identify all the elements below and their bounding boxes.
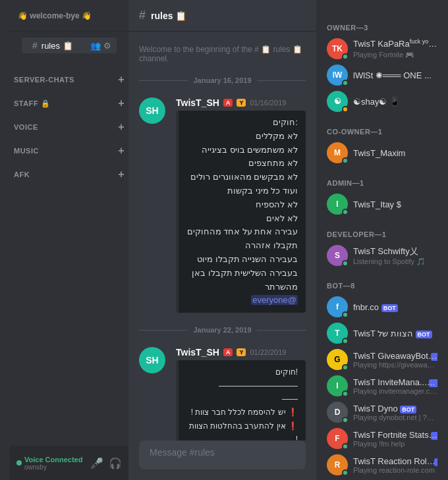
bot-badge-invite: BOT (429, 379, 437, 387)
voice-actions: 🎤 🎧 (90, 457, 122, 469)
main-chat: # rules 📋 Welcome to the beginning of th… (128, 0, 316, 480)
add-channel-music-icon[interactable]: + (118, 145, 125, 157)
status-dot-dyno (342, 417, 349, 423)
member-name-fnbr: fnbr.co BOT (353, 302, 437, 312)
category-server-chats[interactable]: SERVER-CHATS + (10, 65, 128, 88)
voice-dot (16, 460, 22, 466)
member-info-invite: TwisT InviteMana... BOT Playing invitema… (353, 377, 437, 395)
author-name-2: TwisT_SH (176, 347, 219, 358)
server-sidebar (0, 0, 10, 480)
voice-status-bar: Voice Connected ownsby 🎤 🎧 (10, 446, 128, 480)
chat-channel-name: rules 📋 (151, 11, 186, 21)
channel-item-rules[interactable]: # rules 📋 👥 ⚙ (22, 38, 117, 53)
date-divider-1: January 16, 2019 (139, 76, 306, 84)
member-name-shay: ☯shay☯ 📱 (353, 97, 437, 107)
member-status-invite: Playing invitemanager.co - 6913t s... (353, 387, 437, 395)
bot-badge-fnbr: BOT (381, 304, 398, 312)
divider-line-left-2 (139, 330, 188, 331)
channel-hash-icon: # (139, 9, 146, 22)
category-afk[interactable]: AFK + (10, 159, 128, 183)
mention-everyone: @everyone (251, 295, 298, 305)
headphone-icon[interactable]: 🎧 (109, 457, 122, 469)
divider-line-left (139, 80, 188, 81)
chat-input-area: Message #rules (128, 440, 316, 480)
member-status-giveaway: Playing https://giveawaybot.p (353, 361, 437, 369)
status-dot-lwist (342, 80, 349, 86)
add-channel-icon[interactable]: + (118, 74, 125, 86)
status-dot-giveaway (342, 364, 349, 371)
member-item-fortnite[interactable]: F TwisT Fortnite Stats BOT Playing !fm h… (322, 425, 443, 452)
member-item-giveaway[interactable]: G TwisT GiveawayBot BOT Playing https://… (322, 346, 443, 373)
member-category-admin: ADMIN—1 (322, 169, 443, 191)
avatar-invite: I (327, 375, 348, 396)
message-content-1: TwisT_SH A Y 01/16/2019 :חוקיםלא מקלליםל… (176, 97, 306, 313)
member-name-tzevet: TwisT הצוות של BOT (353, 329, 437, 338)
member-status-reaction-role: Playing reaction-role.com (353, 466, 437, 474)
voice-username: ownsby (24, 464, 82, 471)
category-label: STAFF 🔒 (14, 99, 50, 108)
bot-badge-giveaway: BOT (431, 353, 437, 361)
member-item-kapara[interactable]: TK TwisT KaPaRafuck you 乂 Playing Fortni… (322, 36, 443, 62)
member-status-dyno: Playing dynobot.net | ?help (353, 413, 437, 421)
member-item-dyno[interactable]: D TwisT Dyno BOT Playing dynobot.net | ?… (322, 399, 443, 425)
badge-y-2: Y (237, 348, 246, 356)
member-item-shay[interactable]: ☯ ☯shay☯ 📱 (322, 88, 443, 115)
member-status-schwifty: Listening to Spotify 🎵 (353, 257, 437, 266)
status-dot-reaction-role (342, 469, 349, 476)
settings-icon[interactable]: ⚙ (103, 41, 111, 51)
member-info-fortnite: TwisT Fortnite Stats BOT Playing !fm hel… (353, 430, 437, 448)
add-channel-afk-icon[interactable]: + (118, 169, 125, 180)
divider-line-right (257, 80, 306, 81)
date-divider-2: January 22, 2019 (139, 326, 306, 334)
avatar-reaction-role: R (327, 454, 348, 475)
bot-badge-reaction-role: BOT (434, 458, 437, 466)
category-music[interactable]: MUSIC + (10, 136, 128, 159)
message-header-1: TwisT_SH A Y 01/16/2019 (176, 97, 306, 108)
member-item-reaction-role[interactable]: R TwisT Reaction Role BOT Playing reacti… (322, 452, 443, 478)
avatar-1: SH (139, 97, 165, 124)
member-name-kapara: TwisT KaPaRafuck you 乂 (353, 38, 437, 50)
status-dot-itay (342, 209, 349, 215)
active-channel-container: # rules 📋 👥 ⚙ (14, 34, 125, 57)
voice-indicator: Voice Connected ownsby (16, 456, 86, 471)
status-dot-schwifty (342, 260, 349, 267)
member-name-maxim: TwisT_Maxim (353, 148, 437, 158)
member-item-invite[interactable]: I TwisT InviteMana... BOT Playing invite… (322, 373, 443, 399)
author-name-1: TwisT_SH (176, 97, 219, 108)
welcome-channel[interactable]: 👋 welcome-bye 👋 (18, 11, 92, 20)
badge-a-2: A (223, 348, 233, 356)
channel-panel: 👋 welcome-bye 👋 # rules 📋 👥 ⚙ SERVER-CHA… (10, 0, 128, 480)
member-name-fortnite: TwisT Fortnite Stats BOT (353, 430, 437, 440)
member-status-fortnite: Playing !fm help (353, 440, 437, 448)
member-info-giveaway: TwisT GiveawayBot BOT Playing https://gi… (353, 351, 437, 369)
chat-input-placeholder: Message #rules (150, 447, 215, 458)
member-info-dyno: TwisT Dyno BOT Playing dynobot.net | ?he… (353, 404, 437, 421)
chat-input[interactable]: Message #rules (139, 440, 306, 469)
category-voice[interactable]: VOICE + (10, 112, 128, 136)
members-icon[interactable]: 👥 (90, 41, 101, 51)
server-name[interactable]: 👋 welcome-bye 👋 (18, 11, 92, 20)
member-item-fnbr[interactable]: f fnbr.co BOT (322, 294, 443, 320)
member-category-coowner: CO-OWNER—1 (322, 117, 443, 140)
message-content-2: TwisT_SH A Y 01/22/2019 !חוקים —————————… (176, 347, 306, 440)
member-item-maxim[interactable]: M TwisT_Maxim (322, 140, 443, 166)
member-item-itay[interactable]: I TwisT_Itay $ (322, 191, 443, 217)
status-dot-maxim (342, 157, 349, 164)
member-info-itay: TwisT_Itay $ (353, 200, 437, 209)
member-item-tzevet[interactable]: T TwisT הצוות של BOT (322, 320, 443, 346)
avatar-initials: SH (146, 105, 158, 116)
avatar-maxim: M (327, 142, 348, 163)
avatar-initials-2: SH (146, 355, 158, 365)
avatar-shay: ☯ (327, 91, 348, 112)
message-embed-2: !חוקים —————————— —— ❗ יש להיסמח לכלל חב… (176, 360, 306, 440)
member-item-schwifty[interactable]: S TwisT Schwifty乂 Listening to Spotify 🎵 (322, 242, 443, 269)
hash-icon: # (32, 40, 38, 51)
avatar-fortnite: F (327, 428, 348, 449)
category-staff[interactable]: STAFF 🔒 + (10, 88, 128, 112)
member-item-lwist[interactable]: lW lWlSt ✺═══ ONE ... (322, 62, 443, 88)
member-name-dyno: TwisT Dyno BOT (353, 404, 437, 413)
add-channel-staff-icon[interactable]: + (118, 97, 125, 109)
server-name-text: 👋 welcome-bye 👋 (18, 11, 92, 20)
microphone-icon[interactable]: 🎤 (90, 457, 103, 469)
add-channel-voice-icon[interactable]: + (118, 121, 125, 133)
